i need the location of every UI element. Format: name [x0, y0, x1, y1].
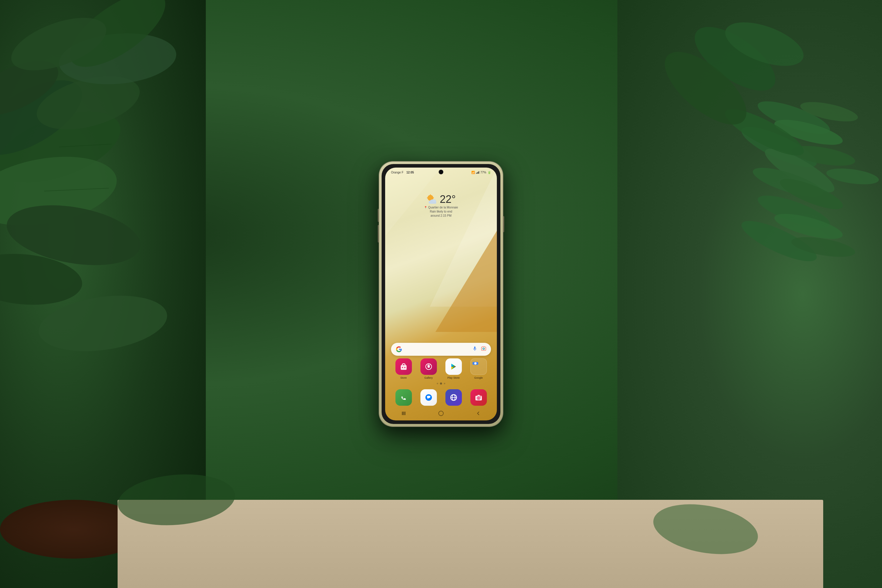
playstore-icon[interactable]	[446, 358, 462, 375]
page-dot-3	[444, 383, 446, 384]
power-button[interactable]	[503, 216, 504, 232]
internet-app-icon[interactable]	[446, 389, 462, 406]
store-label: Store	[400, 376, 407, 379]
gallery-label: Gallery	[424, 376, 433, 379]
app-gallery[interactable]: Gallery	[420, 358, 438, 379]
camera-hole	[439, 170, 443, 174]
dock-camera[interactable]	[470, 389, 488, 406]
lens-icon[interactable]	[481, 346, 486, 352]
svg-point-42	[483, 348, 484, 350]
svg-rect-60	[405, 412, 405, 415]
weather-description: Rain likely to end around 2:15 PM	[412, 210, 470, 218]
status-right: 📶 77% 🔋	[471, 171, 491, 174]
svg-rect-40	[429, 201, 436, 204]
svg-point-57	[480, 396, 481, 397]
dock-phone[interactable]	[395, 389, 412, 406]
weather-icon	[426, 194, 438, 204]
camera-app-icon[interactable]	[470, 389, 487, 406]
nav-recents-button[interactable]	[401, 411, 406, 416]
app-play-store[interactable]: Play Store	[445, 358, 462, 379]
nav-bar	[385, 406, 497, 420]
signal-icon	[476, 171, 479, 174]
playstore-label: Play Store	[447, 376, 460, 379]
wifi-icon: 📶	[471, 171, 475, 174]
svg-rect-59	[404, 412, 404, 415]
app-google-folder[interactable]: Google	[470, 358, 488, 379]
phone-screen[interactable]: Orange F 12:05 📶	[385, 168, 497, 420]
google-folder-label: Google	[474, 376, 483, 379]
location-pin-icon: 📍	[424, 206, 427, 209]
page-dot-2-active	[440, 382, 442, 384]
phone: Orange F 12:05 📶	[379, 162, 503, 426]
app-store[interactable]: Store	[395, 358, 412, 379]
svg-point-45	[404, 367, 405, 368]
phone-body: Orange F 12:05 📶	[379, 162, 503, 426]
time-label: 12:05	[406, 171, 414, 174]
main-app-row: Store Gallery	[391, 358, 491, 379]
svg-point-44	[402, 367, 403, 368]
dock-messages[interactable]	[420, 389, 438, 406]
wallpaper-shape-3	[385, 168, 441, 281]
google-folder-icon[interactable]	[470, 358, 487, 375]
google-g-logo	[396, 346, 402, 352]
shelf-surface	[118, 500, 823, 588]
svg-rect-58	[402, 412, 403, 415]
weather-temp-display: 22°	[412, 194, 470, 205]
carrier-label: Orange F	[391, 171, 404, 174]
status-left: Orange F 12:05	[391, 171, 414, 174]
dock-internet[interactable]	[445, 389, 462, 406]
svg-rect-56	[477, 395, 480, 396]
temperature-text: 22°	[440, 194, 456, 205]
weather-widget: 22° 📍 Quartier de la Monnaie Rain likely…	[412, 194, 470, 218]
store-icon[interactable]	[395, 358, 412, 375]
gallery-icon[interactable]	[420, 358, 437, 375]
search-icons-right	[472, 346, 486, 352]
svg-point-55	[478, 398, 479, 399]
phone-bezel: Orange F 12:05 📶	[382, 164, 500, 424]
phone-app-icon[interactable]	[395, 389, 412, 406]
nav-home-button[interactable]	[438, 411, 444, 416]
weather-desc-line1: Rain likely to end	[412, 210, 470, 214]
svg-rect-43	[401, 365, 406, 370]
battery-label: 77%	[480, 171, 486, 174]
page-dot-1	[437, 383, 438, 384]
weather-location: 📍 Quartier de la Monnaie	[412, 206, 470, 209]
location-text: Quartier de la Monnaie	[428, 206, 458, 209]
weather-desc-line2: around 2:15 PM	[412, 214, 470, 218]
mic-icon[interactable]	[472, 346, 477, 352]
page-indicators	[437, 382, 446, 384]
google-search-bar[interactable]	[391, 343, 491, 356]
nav-back-button[interactable]	[476, 411, 481, 416]
battery-icon: 🔋	[488, 171, 491, 174]
svg-point-48	[474, 362, 477, 364]
svg-rect-61	[439, 411, 443, 416]
bottom-dock	[391, 389, 491, 406]
messages-app-icon[interactable]	[420, 389, 437, 406]
